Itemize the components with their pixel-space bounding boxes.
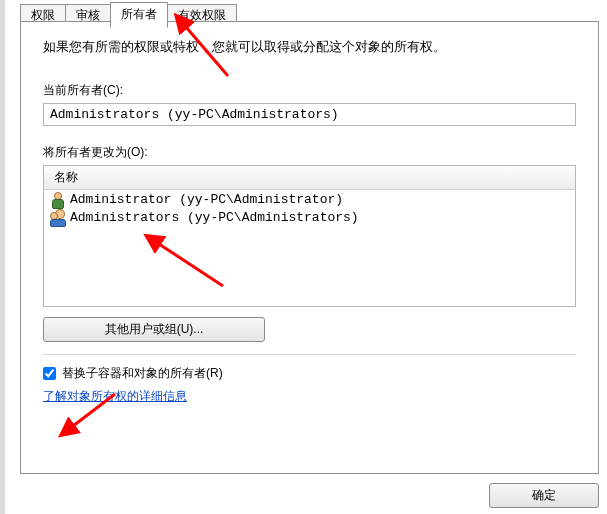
- list-body: Administrator (yy-PC\Administrator) Admi…: [44, 190, 575, 228]
- current-owner-label: 当前所有者(C):: [43, 82, 576, 99]
- advanced-security-window: 权限 审核 所有者 有效权限 如果您有所需的权限或特权，您就可以取得或分配这个对…: [0, 0, 607, 514]
- change-owner-to-label: 将所有者更改为(O):: [43, 144, 576, 161]
- ok-button[interactable]: 确定: [489, 483, 599, 508]
- replace-children-label: 替换子容器和对象的所有者(R): [62, 365, 223, 382]
- list-column-name-header[interactable]: 名称: [44, 166, 575, 190]
- list-item[interactable]: Administrator (yy-PC\Administrator): [44, 191, 575, 209]
- divider: [43, 354, 576, 355]
- dialog-footer: 确定: [489, 483, 599, 508]
- replace-children-row[interactable]: 替换子容器和对象的所有者(R): [43, 365, 576, 382]
- tab-owner[interactable]: 所有者: [110, 2, 168, 28]
- intro-text: 如果您有所需的权限或特权，您就可以取得或分配这个对象的所有权。: [43, 38, 576, 56]
- owner-candidates-list[interactable]: 名称 Administrator (yy-PC\Administrator) A…: [43, 165, 576, 307]
- other-principal-row: 其他用户或组(U)...: [43, 317, 576, 342]
- learn-more-link[interactable]: 了解对象所有权的详细信息: [43, 389, 187, 403]
- replace-children-checkbox[interactable]: [43, 367, 56, 380]
- current-owner-value: Administrators (yy-PC\Administrators): [43, 103, 576, 126]
- owner-tab-panel: 如果您有所需的权限或特权，您就可以取得或分配这个对象的所有权。 当前所有者(C)…: [20, 21, 599, 474]
- list-item-label: Administrator (yy-PC\Administrator): [70, 191, 343, 209]
- group-icon: [50, 210, 66, 226]
- list-item-label: Administrators (yy-PC\Administrators): [70, 209, 359, 227]
- list-item[interactable]: Administrators (yy-PC\Administrators): [44, 209, 575, 227]
- user-icon: [50, 192, 66, 208]
- other-user-or-group-button[interactable]: 其他用户或组(U)...: [43, 317, 265, 342]
